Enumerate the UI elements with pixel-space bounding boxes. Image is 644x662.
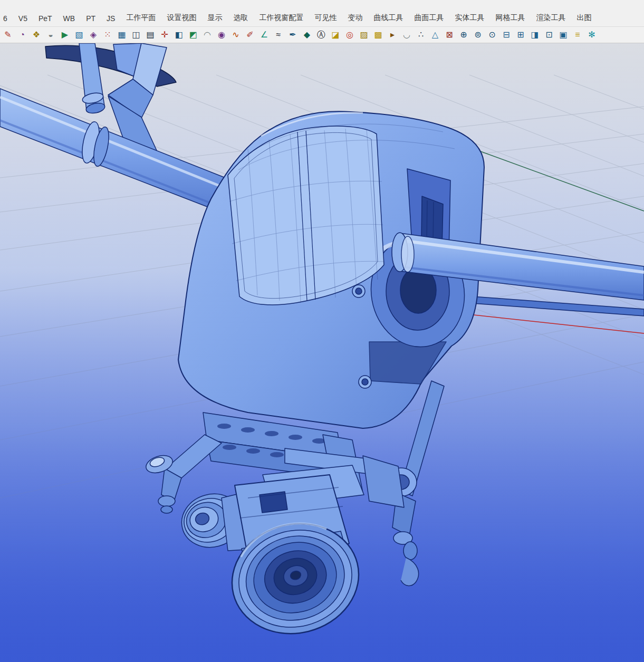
record-icon[interactable]: ⊙ [486,28,498,42]
point-grid-icon[interactable]: ⁙ [101,28,114,42]
cage-edit-icon[interactable]: △ [429,28,441,42]
arc-dashed-icon[interactable]: ◠ [201,28,214,42]
arrow-flag-icon[interactable]: ▶ [59,28,71,42]
globe-icon[interactable]: ⊕ [457,28,470,42]
menu-item-set-view[interactable]: 设置视图 [167,13,196,23]
menu-item-transform[interactable]: 变动 [348,13,362,23]
gumball-move-icon[interactable]: ✛ [158,28,171,42]
menu-item-v5[interactable]: V5 [18,14,27,23]
menu-item-visibility[interactable]: 可见性 [314,13,337,23]
cylinder-icon[interactable]: ◒ [44,28,57,42]
mesh-star-icon[interactable]: ✻ [585,28,598,42]
named-views-icon[interactable]: ∴ [415,28,427,42]
menu-item-surface-tools[interactable]: 曲面工具 [414,13,444,23]
arc-quadrant-icon[interactable]: ◔ [16,28,28,42]
menu-item-mesh-tools[interactable]: 网格工具 [495,13,525,23]
layout-icon[interactable]: ⊞ [514,28,527,42]
menu-item-6[interactable]: 6 [3,14,7,23]
cube-icon[interactable]: ◫ [130,28,142,42]
menu-item-render-tools[interactable]: 渲染工具 [536,13,565,23]
menu-item-select[interactable]: 选取 [233,13,248,23]
shaded-surface-icon[interactable]: ◩ [187,28,199,42]
tag-diamond-icon[interactable]: ◆ [301,28,313,42]
pen-icon[interactable]: ✒ [286,28,299,42]
hatch-icon[interactable]: ▨ [358,28,370,42]
stack-layers-icon[interactable]: ≡ [571,28,584,42]
pencil-edit-icon[interactable]: ✎ [2,28,14,42]
menu-item-wb[interactable]: WB [63,14,75,23]
diamond-snap-icon[interactable]: ◈ [87,28,100,42]
viewport-canvas[interactable] [0,43,644,662]
mosaic-icon[interactable]: ⊠ [443,28,456,42]
text-annotation-icon[interactable]: Ⓐ [315,28,328,42]
menu-item-pet[interactable]: PeT [39,14,52,23]
control-point-icon[interactable]: ❖ [30,28,43,42]
menu-item-drafting[interactable]: 出图 [576,13,591,23]
plane-grid-icon[interactable]: ▧ [73,28,85,42]
viewport-split-icon[interactable]: ◧ [172,28,185,42]
menu-item-solid-tools[interactable]: 实体工具 [455,13,484,23]
angle-measure-icon[interactable]: ∠ [258,28,271,42]
print-icon[interactable]: ⊟ [500,28,513,42]
spiral-icon[interactable]: ◎ [343,28,356,42]
swatch-icon[interactable]: ◪ [329,28,342,42]
sketch-pencil-icon[interactable]: ✐ [244,28,256,42]
viewport-right-icon[interactable]: ◨ [528,28,541,42]
toolbar: ✎ ◔ ❖ ◒ ▶ ▧ ◈ ⁙ ▦ ◫ ▤ ✛ ◧ ◩ ◠ ◉ ∿ ✐ ∠ ≈ … [0,26,644,43]
target-icon[interactable]: ⊡ [543,28,555,42]
sync-icon[interactable]: ⊚ [472,28,484,42]
sphere-icon[interactable]: ◉ [215,28,228,42]
blend-arc-icon[interactable]: ◡ [400,28,413,42]
y-axis-line [459,143,644,211]
menu-item-pt[interactable]: PT [86,14,95,23]
menu-item-cplane[interactable]: 工作平面 [126,13,156,23]
menu-item-viewport-config[interactable]: 工作视窗配置 [259,13,303,23]
mesh-grid-icon[interactable]: ▦ [116,28,128,42]
menu-item-curve-tools[interactable]: 曲线工具 [373,13,403,23]
chamfer-icon[interactable]: ▸ [386,28,399,42]
menubar: 6 V5 PeT WB PT JS 工作平面 设置视图 显示 选取 工作视窗配置… [0,0,644,26]
zigzag-curve-icon[interactable]: ∿ [229,28,242,42]
paint-hatch-icon[interactable]: ▩ [372,28,385,42]
curve-fit-icon[interactable]: ≈ [272,28,285,42]
menu-item-js[interactable]: JS [107,14,115,23]
menu-item-display[interactable]: 显示 [207,13,222,23]
panel-icon[interactable]: ▣ [557,28,570,42]
perspective-viewport[interactable] [0,43,644,662]
notebook-icon[interactable]: ▤ [144,28,157,42]
